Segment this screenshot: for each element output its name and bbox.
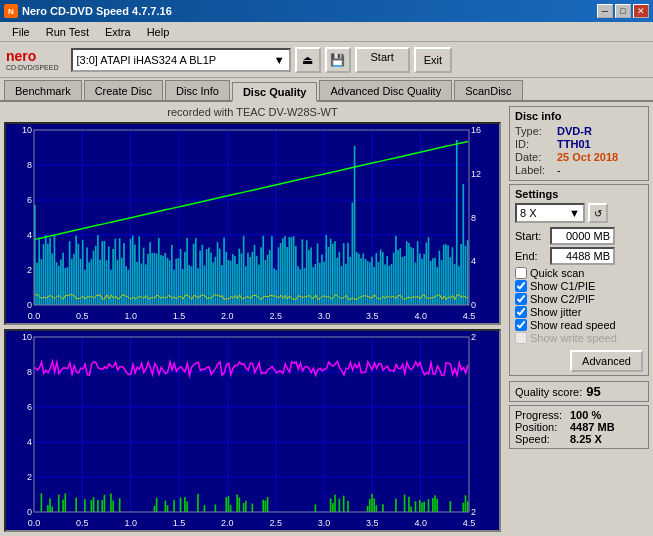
show-read-speed-checkbox[interactable] — [515, 319, 527, 331]
disc-info-title: Disc info — [515, 110, 643, 122]
show-c1pie-row: Show C1/PIE — [515, 280, 643, 292]
disc-label-row: Label: - — [515, 164, 643, 176]
disc-id-row: ID: TTH01 — [515, 138, 643, 150]
chart2-canvas — [6, 331, 499, 530]
tab-create-disc[interactable]: Create Disc — [84, 80, 163, 100]
chart2-container — [4, 329, 501, 532]
advanced-button[interactable]: Advanced — [570, 350, 643, 372]
menu-help[interactable]: Help — [139, 24, 178, 40]
app-icon: N — [4, 4, 18, 18]
start-mb-row: Start: 0000 MB — [515, 227, 643, 245]
eject-icon-button[interactable]: ⏏ — [295, 47, 321, 73]
quality-score-row: Quality score: 95 — [509, 381, 649, 402]
exit-button[interactable]: Exit — [414, 47, 452, 73]
save-icon-button[interactable]: 💾 — [325, 47, 351, 73]
show-jitter-checkbox[interactable] — [515, 306, 527, 318]
disc-date-row: Date: 25 Oct 2018 — [515, 151, 643, 163]
show-jitter-row: Show jitter — [515, 306, 643, 318]
tab-benchmark[interactable]: Benchmark — [4, 80, 82, 100]
show-write-speed-checkbox[interactable] — [515, 332, 527, 344]
end-mb-row: End: 4488 MB — [515, 247, 643, 265]
show-c2pif-row: Show C2/PIF — [515, 293, 643, 305]
speed-value: 8.25 X — [570, 433, 602, 445]
chart1-container — [4, 122, 501, 325]
disc-info-section: Disc info Type: DVD-R ID: TTH01 Date: 25… — [509, 106, 649, 181]
close-button[interactable]: ✕ — [633, 4, 649, 18]
progress-row: Progress: 100 % — [515, 409, 643, 421]
start-button[interactable]: Start — [355, 47, 410, 73]
refresh-button[interactable]: ↺ — [588, 203, 608, 223]
end-mb-input[interactable]: 4488 MB — [550, 247, 615, 265]
right-panel: Disc info Type: DVD-R ID: TTH01 Date: 25… — [505, 102, 653, 536]
menu-extra[interactable]: Extra — [97, 24, 139, 40]
settings-section: Settings 8 X ▼ ↺ Start: 0000 MB End: 448… — [509, 184, 649, 376]
tab-disc-info[interactable]: Disc Info — [165, 80, 230, 100]
disc-type-row: Type: DVD-R — [515, 125, 643, 137]
quick-scan-row: Quick scan — [515, 267, 643, 279]
title-bar-text: Nero CD-DVD Speed 4.7.7.16 — [22, 5, 172, 17]
settings-title: Settings — [515, 188, 643, 200]
tab-disc-quality[interactable]: Disc Quality — [232, 82, 318, 102]
show-write-speed-row: Show write speed — [515, 332, 643, 344]
maximize-button[interactable]: □ — [615, 4, 631, 18]
minimize-button[interactable]: ─ — [597, 4, 613, 18]
show-c1pie-checkbox[interactable] — [515, 280, 527, 292]
show-read-speed-row: Show read speed — [515, 319, 643, 331]
menu-file[interactable]: File — [4, 24, 38, 40]
menu-run-test[interactable]: Run Test — [38, 24, 97, 40]
tabs: Benchmark Create Disc Disc Info Disc Qua… — [0, 78, 653, 102]
show-c2pif-checkbox[interactable] — [515, 293, 527, 305]
progress-value: 100 % — [570, 409, 601, 421]
position-value: 4487 MB — [570, 421, 615, 433]
quality-score-value: 95 — [586, 384, 600, 399]
tab-scan-disc[interactable]: ScanDisc — [454, 80, 522, 100]
chart-header: recorded with TEAC DV-W28S-WT — [4, 106, 501, 118]
quick-scan-checkbox[interactable] — [515, 267, 527, 279]
tab-advanced-disc-quality[interactable]: Advanced Disc Quality — [319, 80, 452, 100]
speed-row-progress: Speed: 8.25 X — [515, 433, 643, 445]
menu-bar: File Run Test Extra Help — [0, 22, 653, 42]
main-content: recorded with TEAC DV-W28S-WT Disc info … — [0, 102, 653, 536]
chart-area: recorded with TEAC DV-W28S-WT — [0, 102, 505, 536]
title-bar: N Nero CD-DVD Speed 4.7.7.16 ─ □ ✕ — [0, 0, 653, 22]
position-row: Position: 4487 MB — [515, 421, 643, 433]
speed-row: 8 X ▼ ↺ — [515, 203, 643, 223]
start-mb-input[interactable]: 0000 MB — [550, 227, 615, 245]
progress-section: Progress: 100 % Position: 4487 MB Speed:… — [509, 405, 649, 449]
drive-dropdown[interactable]: [3:0] ATAPI iHAS324 A BL1P ▼ — [71, 48, 291, 72]
chart1-canvas — [6, 124, 499, 323]
nero-logo: nero CD·DVD/SPEED — [6, 48, 59, 71]
toolbar: nero CD·DVD/SPEED [3:0] ATAPI iHAS324 A … — [0, 42, 653, 78]
speed-dropdown[interactable]: 8 X ▼ — [515, 203, 585, 223]
